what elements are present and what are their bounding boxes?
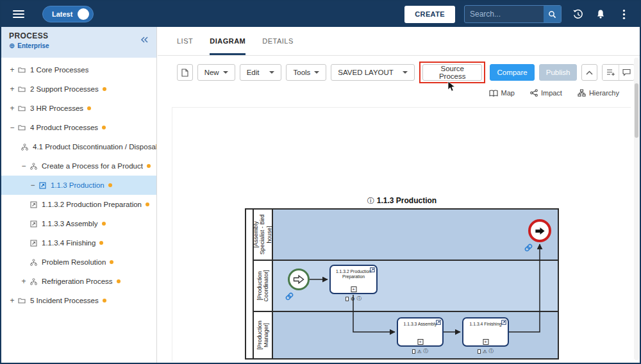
tree-item-assembly[interactable]: 1.1.3.3 Assembly [1, 214, 156, 233]
subprocess-plus-icon[interactable] [351, 286, 356, 292]
history-icon[interactable] [570, 7, 585, 21]
info-icon: ⓘ [424, 348, 429, 354]
tree-item-create-a-process[interactable]: − Create a Process for a Product [1, 156, 156, 176]
tree-item-hr-processes[interactable]: + 3 HR Processes [1, 99, 156, 118]
tree-item-refrigeration-process[interactable]: + Refrigeration Process [1, 272, 156, 291]
tree-item-label: 1.1.3 Production [51, 181, 104, 189]
diagram-title-text: 1.1.3 Production [377, 196, 437, 205]
expand-toggle[interactable]: + [8, 65, 17, 74]
tree-item-problem-resolution[interactable]: Problem Resolution [1, 252, 156, 272]
subprocess-plus-icon[interactable] [417, 339, 423, 345]
lane-body[interactable] [273, 261, 558, 311]
add-to-list-button[interactable] [603, 65, 618, 80]
document-button[interactable] [177, 64, 193, 81]
tree-item-incident-processes[interactable]: + 5 Incident Processes [1, 291, 156, 310]
impact-view-button[interactable]: Impact [530, 89, 562, 97]
task-label: 1.1.3.2 Production Preparation [336, 269, 371, 279]
tree-item-core-processes[interactable]: + 1 Core Processes [1, 60, 156, 79]
tree-item-production-selected[interactable]: − 1.1.3 Production [1, 176, 156, 195]
search-input[interactable] [465, 6, 544, 22]
start-event[interactable] [288, 269, 310, 290]
map-book-icon [489, 90, 498, 97]
tree-item-production-preparation[interactable]: 1.1.3.2 Production Preparation [1, 195, 156, 214]
warning-icon: ⚠ [483, 349, 487, 354]
chevron-down-icon [314, 71, 319, 74]
toggle-knob [78, 8, 89, 20]
task-assembly[interactable]: 1.1.3.3 Assembly [397, 317, 444, 347]
chevron-down-icon [403, 71, 408, 74]
extra-actions-group [602, 64, 635, 81]
compare-button[interactable]: Compare [490, 64, 534, 81]
shared-model-icon [436, 320, 441, 326]
attachment-doc-icon [345, 297, 349, 301]
tree-item-product-processes[interactable]: − 4 Product Processes [1, 118, 156, 137]
source-process-button[interactable]: Source Process [422, 64, 482, 81]
diagram-canvas[interactable]: 1.1.3 Production [Assembly Specialist - … [172, 107, 631, 361]
search-box[interactable] [464, 5, 562, 23]
modified-dot [146, 203, 149, 206]
edit-dropdown[interactable]: Edit [240, 64, 282, 81]
expand-toggle[interactable]: + [19, 277, 28, 286]
scrollbar-thumb[interactable] [635, 83, 638, 138]
expand-toggle[interactable]: + [8, 296, 17, 305]
notifications-bell-icon[interactable] [594, 7, 608, 21]
expand-toggle[interactable]: + [8, 85, 17, 94]
subprocess-plus-icon[interactable] [483, 339, 488, 345]
publish-button[interactable]: Publish [539, 64, 578, 81]
latest-version-toggle[interactable]: Latest [42, 6, 94, 22]
diagram-toolbar: New Edit Tools SAVED LAYOUT Source Proce… [158, 56, 640, 88]
task-finishing[interactable]: 1.1.3.4 Finishing [462, 317, 509, 347]
hamburger-menu-icon[interactable] [13, 10, 24, 18]
sidebar-collapse-icon[interactable] [140, 35, 149, 46]
globe-icon: ⊕ [9, 42, 15, 50]
tools-dropdown[interactable]: Tools [286, 64, 326, 81]
lane-label: [Assembly Specialist - Bird house] [254, 210, 273, 260]
expand-toggle[interactable]: + [8, 104, 17, 113]
map-view-button[interactable]: Map [489, 89, 515, 97]
kebab-menu-icon[interactable] [617, 7, 631, 21]
link-icon[interactable] [524, 243, 533, 254]
process-icon [19, 144, 29, 151]
create-button[interactable]: CREATE [404, 6, 455, 23]
collapse-toggle[interactable]: − [28, 181, 37, 190]
task-production-preparation[interactable]: 1.1.3.2 Production Preparation [329, 265, 378, 294]
lane-label: [Production Coordinator] [254, 261, 273, 311]
tree-item-label: 4 Product Processes [30, 124, 98, 131]
modified-dot [117, 279, 121, 283]
comments-button[interactable] [619, 65, 635, 80]
tree-item-product-discontinuation[interactable]: 4.1 Product Discontinuation / Disposal o… [1, 137, 156, 156]
tab-diagram[interactable]: DIAGRAM [210, 27, 246, 55]
collapse-toggle[interactable]: − [19, 161, 28, 170]
vertical-scrollbar[interactable] [634, 58, 639, 360]
folder-icon [17, 67, 27, 73]
speech-bubble-icon [622, 69, 631, 76]
tree-item-label: 1 Core Processes [30, 66, 88, 74]
tab-details[interactable]: DETAILS [262, 27, 294, 55]
tree-item-finishing[interactable]: 1.1.3.4 Finishing [1, 233, 156, 252]
modified-dot [147, 164, 151, 168]
model-icon [28, 201, 38, 208]
tree-item-label: 1.1.3.4 Finishing [42, 239, 96, 247]
end-event[interactable] [528, 219, 551, 242]
lane-body[interactable] [273, 210, 558, 260]
annotation-highlight-box: Source Process [419, 62, 485, 83]
hierarchy-view-button[interactable]: Hierarchy [578, 89, 619, 97]
search-submit-button[interactable] [544, 6, 561, 22]
lane-assembly-specialist: [Assembly Specialist - Bird house] [254, 210, 558, 261]
impact-label: Impact [541, 89, 562, 97]
tree-item-label: 3 HR Processes [30, 104, 83, 112]
folder-icon [17, 86, 27, 92]
end-arrow-icon [534, 225, 546, 237]
collapse-toolbar-button[interactable] [581, 64, 597, 81]
tab-list[interactable]: LIST [177, 27, 193, 55]
modified-dot [99, 241, 103, 245]
tree-item-support-processes[interactable]: + 2 Support Processes [1, 79, 156, 99]
collapse-toggle[interactable]: − [8, 123, 17, 132]
info-icon: ⓘ [357, 295, 362, 302]
link-icon[interactable] [285, 292, 294, 303]
modified-dot [102, 126, 106, 129]
model-icon [28, 220, 38, 228]
new-dropdown[interactable]: New [197, 64, 235, 81]
saved-layout-select[interactable]: SAVED LAYOUT [331, 64, 415, 81]
sidebar-header: PROCESS ⊕ Enterprise [1, 27, 156, 58]
